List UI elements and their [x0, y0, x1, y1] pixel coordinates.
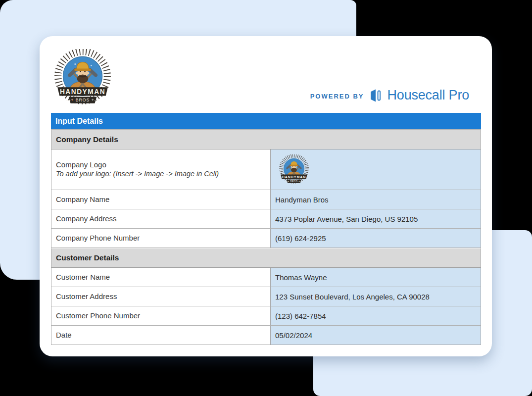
row-label: Date: [56, 330, 270, 340]
row-label-cell: Company Name: [51, 190, 270, 209]
row-value: Handyman Bros: [275, 196, 329, 204]
company-logo-cell-image: HANDYMAN —+ BROS +—: [278, 154, 310, 185]
row-label-cell: Company Phone Number: [51, 229, 270, 248]
section-header-company-details: Company Details: [51, 130, 481, 149]
housecall-pro-icon: [369, 88, 383, 103]
row-label: Customer Address: [56, 292, 270, 301]
logo-sub-text: —+ BROS +—: [286, 180, 303, 182]
table-row-customer-phone: Customer Phone Number (123) 642-7854: [51, 306, 481, 326]
page-background: HANDYMAN —+ BROS +— POWERED BY Housecall…: [0, 0, 532, 396]
row-value-cell[interactable]: Handyman Bros: [270, 190, 481, 209]
powered-by-housecall-pro: POWERED BY Housecall Pro: [310, 88, 469, 103]
section-header-label: Customer Details: [56, 253, 119, 262]
row-value: 4373 Poplar Avenue, San Diego, US 92105: [275, 215, 418, 223]
table-row-company-name: Company Name Handyman Bros: [51, 190, 481, 209]
row-value-cell[interactable]: 05/02/2024: [270, 326, 481, 345]
logo-sub-text: —+ BROS +—: [66, 98, 99, 102]
row-label: Company Phone Number: [56, 233, 270, 243]
template-card: HANDYMAN —+ BROS +— POWERED BY Housecall…: [40, 36, 492, 356]
row-value: (123) 642-7854: [275, 312, 326, 320]
section-header-label: Company Details: [56, 135, 118, 144]
row-value: 05/02/2024: [275, 331, 312, 340]
row-label-cell: Customer Address: [51, 287, 270, 306]
row-label: Company Address: [56, 214, 270, 224]
row-value-cell[interactable]: Thomas Wayne: [270, 268, 481, 287]
table-row-company-logo: Company Logo To add your logo: (Insert -…: [51, 149, 481, 190]
row-label: Company Name: [56, 195, 270, 204]
row-value: Thomas Wayne: [275, 273, 327, 282]
table-row-customer-address: Customer Address 123 Sunset Boulevard, L…: [51, 287, 481, 306]
row-label-cell: Company Address: [51, 209, 270, 228]
row-label-cell: Customer Phone Number: [51, 306, 270, 325]
row-value-cell[interactable]: 123 Sunset Boulevard, Los Angeles, CA 90…: [270, 287, 481, 306]
logo-insert-hint: To add your logo: (Insert -> Image -> Im…: [56, 169, 270, 179]
table-title: Input Details: [55, 117, 103, 126]
powered-by-label: POWERED BY: [310, 91, 364, 100]
row-value-cell[interactable]: 4373 Poplar Avenue, San Diego, US 92105: [270, 209, 481, 228]
logo-banner-text: HANDYMAN: [60, 88, 105, 96]
company-logo-label-cell: Company Logo To add your logo: (Insert -…: [51, 149, 270, 190]
section-header-customer-details: Customer Details: [51, 248, 481, 268]
table-row-company-phone: Company Phone Number (619) 624-2925: [51, 229, 481, 248]
row-value: (619) 624-2925: [275, 234, 326, 243]
table-row-company-address: Company Address 4373 Poplar Avenue, San …: [51, 209, 481, 229]
company-logo-value-cell[interactable]: HANDYMAN —+ BROS +—: [270, 149, 481, 190]
row-label: Customer Name: [56, 272, 270, 282]
table-row-date: Date 05/02/2024: [51, 326, 481, 345]
row-label: Customer Phone Number: [56, 311, 270, 321]
row-label-cell: Date: [51, 326, 270, 345]
table-title-bar: Input Details: [51, 113, 481, 130]
logo-banner-text: HANDYMAN: [282, 174, 306, 179]
row-value: 123 Sunset Boulevard, Los Angeles, CA 90…: [275, 293, 430, 301]
table-row-customer-name: Customer Name Thomas Wayne: [51, 268, 481, 287]
row-value-cell[interactable]: (619) 624-2925: [270, 229, 481, 248]
brand-name: Housecall Pro: [387, 88, 469, 103]
input-details-table: Input Details Company Details Company Lo…: [51, 113, 481, 345]
handyman-bros-logo: HANDYMAN —+ BROS +—: [52, 49, 113, 107]
row-value-cell[interactable]: (123) 642-7854: [270, 306, 481, 325]
row-label-cell: Customer Name: [51, 268, 270, 287]
row-label: Company Logo: [56, 160, 270, 170]
